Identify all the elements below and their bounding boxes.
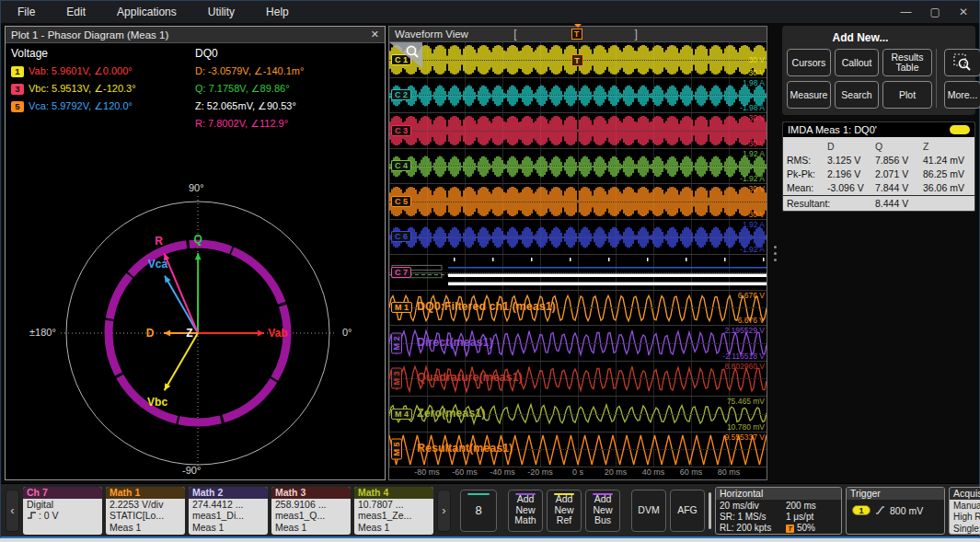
waveform-channel-m5[interactable]: M 5 Resultant(meas1) 9.555337 V (389, 432, 767, 468)
channel-badge-math1[interactable]: Math 1 2.2253 V/div STATIC[Lo... Meas 1 (106, 487, 185, 535)
tekscope-window: File Edit Applications Utility Help — ▢ … (0, 0, 980, 538)
menu-help[interactable]: Help (266, 6, 289, 18)
scale-top: 1.98 A (743, 78, 765, 87)
svg-text:D: D (146, 327, 155, 340)
waveform-channel-c3[interactable]: C 3 30 V -30 V (389, 113, 767, 149)
panel-splitter[interactable] (770, 26, 779, 480)
imda-title: IMDA Meas 1: DQ0' (788, 124, 877, 135)
channel-badge-c4[interactable]: C 4 (391, 160, 411, 171)
menu-file[interactable]: File (17, 6, 35, 18)
add-new-bus-button[interactable]: Add New Bus (585, 490, 620, 532)
minimize-icon[interactable]: — (901, 6, 912, 18)
callout-button[interactable]: Callout (835, 49, 879, 76)
waveform-trace (389, 220, 767, 255)
channel-badge: 5 (11, 101, 24, 112)
waveform-trace (389, 113, 767, 148)
channel-badge-c7[interactable]: C 7 (391, 267, 411, 278)
trigger-position-marker[interactable]: T (571, 29, 582, 40)
time-tick: -60 ms (452, 467, 478, 477)
trigger-panel[interactable]: Trigger 1 800 mV (846, 487, 945, 535)
channel-badge-ch7[interactable]: Ch 7 Digital : 0 V (23, 487, 102, 535)
table-row: RMS: 3.125 V 7.856 V 41.24 mV (787, 153, 971, 167)
scale-bottom: -6.676 V (735, 316, 765, 325)
afg-button[interactable]: AFG (670, 490, 705, 532)
trigger-level: 800 mV (890, 505, 923, 516)
rising-slope-icon (875, 505, 885, 515)
waveform-slices: C 1 T 30 V -30 V C 2 1.98 A -1.98 A (389, 42, 767, 467)
meas-badge[interactable] (950, 125, 970, 134)
dvm-button[interactable]: DVM (631, 490, 666, 532)
waveform-channel-c6[interactable]: C 6 1.92 A -1.92 A (389, 220, 767, 256)
plot-close-icon[interactable]: ✕ (371, 29, 379, 40)
main-content: Plot 1 - Phasor Diagram (Meas 1) ✕ Volta… (1, 23, 979, 483)
channel-badge-math2[interactable]: Math 2 274.4412 ... meas1_Di... Meas 1 (189, 487, 268, 535)
menu-edit[interactable]: Edit (66, 6, 86, 18)
waveform-channel-c1[interactable]: C 1 T 30 V -30 V (389, 42, 767, 78)
plot-title-bar[interactable]: Plot 1 - Phasor Diagram (Meas 1) ✕ (6, 27, 385, 43)
waveform-channel-m4[interactable]: M 4 Zero(meas1) 75.465 mV 10.780 mV (389, 397, 767, 432)
waveform-channel-m1[interactable]: M 1 DQ0:Filtered ch1 (meas1) 6.676 V -6.… (389, 291, 767, 327)
channel-badge-math4[interactable]: Math 4 10.7807 ... meas1_Ze... Meas 1 (354, 487, 433, 535)
readout-row: R: 7.8002V, ∠112.9° (11, 115, 379, 133)
waveform-channel-c4[interactable]: C 4 1.92 A -1.92 A (389, 149, 767, 185)
time-tick: 40 ms (642, 467, 665, 477)
cursors-button[interactable]: Cursors (787, 49, 831, 76)
zoom-corner-icon[interactable] (389, 42, 422, 68)
col-q: Q (875, 141, 923, 152)
acquisition-panel[interactable]: Acquisition Manual,Analyze High Res: 16 … (949, 487, 980, 535)
horizontal-panel[interactable]: Horizontal 20 ms/div200 ms SR: 1 MS/s1 μ… (715, 487, 842, 535)
waveform-channel-m3[interactable]: M 3 Quadrature(meas1) 8.802960 V (389, 362, 767, 398)
menu-utility[interactable]: Utility (208, 6, 235, 18)
time-tick: 60 ms (680, 467, 703, 477)
trigger-level-icon[interactable]: T (571, 54, 583, 66)
channel-badge-m2[interactable]: M 2 (391, 332, 402, 353)
measure-button[interactable]: Measure (787, 81, 831, 109)
channel-badge-m1[interactable]: M 1 (391, 302, 412, 313)
table-row: Pk-Pk: 2.196 V 2.071 V 86.25 mV (787, 167, 971, 180)
waveform-channel-c5[interactable]: C 5 30 V -30 V (389, 184, 767, 220)
zoom-bracket-left[interactable]: [ (513, 28, 516, 40)
channel-badge-c3[interactable]: C 3 (391, 125, 411, 136)
scale-top: 30 V (749, 113, 766, 122)
waveform-view: Waveform View [ T ] C 1 T 30 V -30 V (388, 26, 767, 480)
svg-text:Vab: Vab (268, 327, 287, 340)
channel-badge-m3[interactable]: M 3 (391, 368, 402, 389)
divider (936, 49, 940, 108)
dq0-value: R: 7.8002V, ∠112.9° (195, 118, 379, 130)
waveform-channel-m2[interactable]: M 2 Direct(meas1) 2.195529 V -2.116518 V (389, 326, 767, 362)
scroll-right-button[interactable]: › (437, 490, 451, 532)
channel-badge-math3[interactable]: Math 3 258.9106 ... meas1_Q... Meas 1 (271, 487, 351, 535)
math-label-m1: DQ0:Filtered ch1 (meas1) (417, 300, 556, 313)
add-new-title: Add New... (787, 31, 934, 44)
zoom-bracket-right[interactable]: ] (635, 28, 638, 40)
polar-label-0: 0° (342, 327, 352, 338)
imda-results-card[interactable]: IMDA Meas 1: DQ0' D Q Z RMS: 3.125 V 7.8… (782, 121, 975, 212)
channel-badge-m5[interactable]: M 5 (391, 439, 402, 460)
search-button[interactable]: Search (835, 81, 879, 109)
zoom-mode-button[interactable] (944, 49, 980, 76)
polar-label-90: 90° (189, 182, 204, 193)
waveform-trace (389, 184, 767, 219)
waveform-channel-c2[interactable]: C 2 1.98 A -1.98 A (389, 78, 767, 114)
results-table-button[interactable]: Results Table (882, 49, 932, 76)
channel-badge-c6[interactable]: C 6 (391, 231, 411, 242)
table-row: Mean: -3.096 V 7.844 V 36.06 mV (787, 180, 971, 194)
channel-badge-m4[interactable]: M 4 (391, 409, 412, 420)
voltage-value: Vca: 5.9792V, ∠120.0° (29, 100, 133, 112)
time-tick: 20 ms (605, 467, 628, 477)
add-new-math-button[interactable]: Add New Math (508, 490, 543, 532)
close-icon[interactable]: ✕ (959, 6, 968, 18)
add-new-ref-button[interactable]: Add New Ref (547, 490, 582, 532)
scroll-left-button[interactable]: ‹ (6, 490, 19, 532)
menu-applications[interactable]: Applications (117, 6, 177, 18)
maximize-icon[interactable]: ▢ (930, 6, 940, 18)
plot-button[interactable]: Plot (882, 81, 932, 109)
waveform-title: Waveform View (395, 29, 468, 40)
svg-text:Q: Q (194, 233, 202, 246)
channel-badge-c5[interactable]: C 5 (391, 196, 411, 207)
channel-count-button[interactable]: 8 (460, 490, 497, 532)
more-button[interactable]: More... (944, 81, 980, 109)
waveform-channel-c7-digital[interactable]: C 7 (389, 255, 767, 291)
channel-badge-c2[interactable]: C 2 (391, 89, 411, 100)
scale-top: 1.92 A (743, 220, 765, 229)
